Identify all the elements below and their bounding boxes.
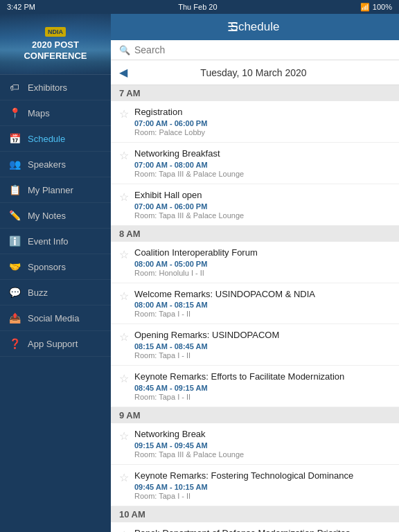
nav-label-2: Schedule xyxy=(28,134,65,144)
event-item[interactable]: ☆ Opening Remarks: USINDOPACOM 08:15 AM … xyxy=(111,324,399,366)
event-time: 08:45 AM - 09:15 AM xyxy=(134,384,391,392)
nav-label-3: Speakers xyxy=(28,159,66,170)
event-content: Opening Remarks: USINDOPACOM 08:15 AM - … xyxy=(134,330,391,360)
sidebar-header: NDIA 2020 POSTCONFERENCE xyxy=(0,14,111,75)
nav-icon-3: 👥 xyxy=(8,159,21,170)
event-item[interactable]: ☆ Coalition Interoperablity Forum 08:00 … xyxy=(111,242,399,283)
star-button[interactable]: ☆ xyxy=(119,330,129,344)
event-item[interactable]: ☆ Panel: Department of Defense Moderniza… xyxy=(111,522,399,532)
event-content: Panel: Department of Defense Modernizati… xyxy=(134,528,391,532)
star-button[interactable]: ☆ xyxy=(119,529,129,532)
event-item[interactable]: ☆ Networking Breakfast 07:00 AM - 08:00 … xyxy=(111,143,399,184)
content-area: ☰ Schedule 🔍 ◀ Tuesday, 10 March 2020 7 … xyxy=(111,14,399,532)
nav-label-5: My Notes xyxy=(28,211,66,221)
event-room: Room: Tapa I - II xyxy=(134,351,391,360)
nav-label-9: Social Media xyxy=(28,313,79,323)
star-button[interactable]: ☆ xyxy=(119,290,129,303)
sidebar-item-social-media[interactable]: 📤Social Media xyxy=(0,305,111,331)
event-title: Coalition Interoperablity Forum xyxy=(134,247,391,259)
event-time: 09:15 AM - 09:45 AM xyxy=(134,441,391,450)
event-time: 09:45 AM - 10:15 AM xyxy=(134,483,391,491)
event-item[interactable]: ☆ Registration 07:00 AM - 06:00 PM Room:… xyxy=(111,101,399,143)
status-right: 📶 100% xyxy=(360,3,392,12)
event-title: Registration xyxy=(134,107,391,118)
sidebar-item-buzz[interactable]: 💬Buzz xyxy=(0,280,111,305)
event-time: 08:00 AM - 08:15 AM xyxy=(134,301,391,309)
status-bar: 3:42 PM Thu Feb 20 📶 100% xyxy=(0,0,399,14)
sidebar-item-app-support[interactable]: ❓App Support xyxy=(0,331,111,357)
event-item[interactable]: ☆ Exhibit Hall open 07:00 AM - 06:00 PM … xyxy=(111,184,399,226)
event-title: Networking Break xyxy=(134,429,391,441)
nav-icon-6: ℹ️ xyxy=(8,236,21,247)
nav-icon-7: 🤝 xyxy=(8,261,21,272)
sidebar-title: 2020 POSTCONFERENCE xyxy=(24,39,87,61)
time-header-1: 8 AM xyxy=(111,226,399,242)
event-room: Room: Honolulu I - II xyxy=(134,269,391,277)
sidebar-item-exhibitors[interactable]: 🏷Exhibitors xyxy=(0,75,111,100)
content-header: ☰ Schedule xyxy=(111,14,399,40)
sidebar-item-maps[interactable]: 📍Maps xyxy=(0,100,111,126)
event-time: 08:15 AM - 08:45 AM xyxy=(134,342,391,351)
event-title: Networking Breakfast xyxy=(134,148,391,160)
status-time: 3:42 PM xyxy=(7,3,35,11)
time-header-2: 9 AM xyxy=(111,407,399,423)
event-content: Exhibit Hall open 07:00 AM - 06:00 PM Ro… xyxy=(134,190,391,220)
hamburger-button[interactable]: ☰ xyxy=(227,19,238,35)
event-item[interactable]: ☆ Welcome Remarks: USINDOPACOM & NDIA 08… xyxy=(111,283,399,325)
sidebar: NDIA 2020 POSTCONFERENCE 🏷Exhibitors📍Map… xyxy=(0,14,111,532)
nav-icon-9: 📤 xyxy=(8,312,21,323)
event-item[interactable]: ☆ Keynote Remarks: Fostering Technologic… xyxy=(111,465,399,506)
event-item[interactable]: ☆ Networking Break 09:15 AM - 09:45 AM R… xyxy=(111,423,399,465)
event-time: 08:00 AM - 05:00 PM xyxy=(134,260,391,268)
nav-label-7: Sponsors xyxy=(28,262,66,272)
event-content: Registration 07:00 AM - 06:00 PM Room: P… xyxy=(134,107,391,136)
event-content: Keynote Remarks: Fostering Technological… xyxy=(134,470,391,500)
nav-label-1: Maps xyxy=(28,108,50,118)
event-room: Room: Tapa I - II xyxy=(134,492,391,500)
sidebar-nav: 🏷Exhibitors📍Maps📅Schedule👥Speakers📋My Pl… xyxy=(0,75,111,532)
sidebar-item-schedule[interactable]: 📅Schedule xyxy=(0,126,111,152)
event-title: Panel: Department of Defense Modernizati… xyxy=(134,528,391,532)
time-header-3: 10 AM xyxy=(111,506,399,522)
star-button[interactable]: ☆ xyxy=(119,372,129,385)
sidebar-item-event-info[interactable]: ℹ️Event Info xyxy=(0,229,111,254)
wifi-icon: 📶 xyxy=(360,3,370,12)
event-title: Keynote Remarks: Fostering Technological… xyxy=(134,470,391,482)
event-title: Opening Remarks: USINDOPACOM xyxy=(134,330,391,342)
schedule-list[interactable]: 7 AM ☆ Registration 07:00 AM - 06:00 PM … xyxy=(111,85,399,532)
search-bar: 🔍 xyxy=(111,40,399,60)
event-time: 07:00 AM - 06:00 PM xyxy=(134,119,391,127)
nav-label-6: Event Info xyxy=(28,236,69,247)
time-header-0: 7 AM xyxy=(111,85,399,101)
search-icon: 🔍 xyxy=(119,45,130,55)
date-prev-button[interactable]: ◀ xyxy=(119,66,127,79)
event-content: Welcome Remarks: USINDOPACOM & NDIA 08:0… xyxy=(134,289,391,319)
sidebar-item-my-planner[interactable]: 📋My Planner xyxy=(0,177,111,203)
nav-icon-4: 📋 xyxy=(8,184,21,195)
search-input[interactable] xyxy=(134,44,391,55)
star-button[interactable]: ☆ xyxy=(119,471,129,484)
star-button[interactable]: ☆ xyxy=(119,107,129,121)
event-time: 07:00 AM - 08:00 AM xyxy=(134,161,391,169)
star-button[interactable]: ☆ xyxy=(119,149,129,162)
battery-level: 100% xyxy=(373,3,392,11)
date-display: Tuesday, 10 March 2020 xyxy=(200,67,306,78)
sidebar-item-my-notes[interactable]: ✏️My Notes xyxy=(0,203,111,229)
nav-label-8: Buzz xyxy=(28,287,48,298)
event-room: Room: Tapa III & Palace Lounge xyxy=(134,170,391,178)
nav-label-4: My Planner xyxy=(28,185,73,195)
event-item[interactable]: ☆ Keynote Remarks: Efforts to Facilitate… xyxy=(111,366,399,407)
date-nav: ◀ Tuesday, 10 March 2020 xyxy=(111,60,399,85)
star-button[interactable]: ☆ xyxy=(119,248,129,261)
star-button[interactable]: ☆ xyxy=(119,190,129,204)
sidebar-item-speakers[interactable]: 👥Speakers xyxy=(0,152,111,177)
sidebar-item-sponsors[interactable]: 🤝Sponsors xyxy=(0,254,111,280)
star-button[interactable]: ☆ xyxy=(119,429,129,443)
event-room: Room: Tapa I - II xyxy=(134,310,391,318)
nav-icon-2: 📅 xyxy=(8,133,21,144)
nav-icon-5: ✏️ xyxy=(8,210,21,221)
event-title: Keynote Remarks: Efforts to Facilitate M… xyxy=(134,371,391,383)
event-title: Welcome Remarks: USINDOPACOM & NDIA xyxy=(134,289,391,301)
nav-icon-8: 💬 xyxy=(8,287,21,298)
status-day: Thu Feb 20 xyxy=(178,3,217,11)
